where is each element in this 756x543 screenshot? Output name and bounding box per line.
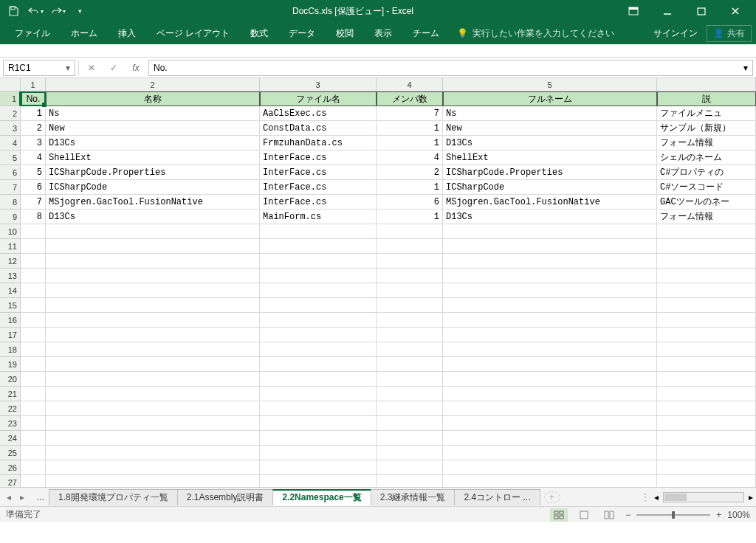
cell[interactable] bbox=[657, 298, 756, 313]
cell[interactable]: 1 bbox=[377, 121, 443, 136]
cell[interactable] bbox=[377, 298, 443, 313]
cell[interactable]: 2 bbox=[377, 165, 443, 180]
cell[interactable]: D13Cs bbox=[443, 210, 657, 224]
cell[interactable] bbox=[377, 239, 443, 254]
cell[interactable]: 7 bbox=[21, 195, 46, 210]
cells-area[interactable]: No.名称ファイル名メンバ数フルネーム説1NsAaClsExec.cs7Nsファ… bbox=[21, 91, 756, 487]
tab-home[interactable]: ホーム bbox=[61, 22, 108, 44]
cell[interactable] bbox=[657, 387, 756, 401]
fx-icon[interactable]: fx bbox=[126, 60, 145, 76]
cell[interactable] bbox=[443, 446, 657, 460]
cell[interactable]: 1 bbox=[377, 136, 443, 151]
cell[interactable] bbox=[46, 224, 260, 239]
cell[interactable] bbox=[657, 431, 756, 446]
sheet-nav-next-icon[interactable]: ▸ bbox=[16, 492, 28, 502]
cell[interactable] bbox=[21, 475, 46, 487]
cell[interactable] bbox=[377, 401, 443, 416]
cell[interactable] bbox=[46, 342, 260, 357]
cell[interactable] bbox=[443, 328, 657, 342]
row-header[interactable]: 23 bbox=[0, 416, 21, 431]
cell[interactable] bbox=[377, 254, 443, 269]
minimize-icon[interactable] bbox=[651, 1, 684, 21]
cell[interactable] bbox=[21, 446, 46, 460]
cell[interactable] bbox=[377, 372, 443, 387]
cell[interactable] bbox=[443, 372, 657, 387]
cell[interactable] bbox=[21, 283, 46, 298]
formula-input[interactable]: No. ▾ bbox=[148, 60, 753, 76]
row-header[interactable]: 22 bbox=[0, 401, 21, 416]
cell[interactable]: InterFace.cs bbox=[260, 195, 377, 210]
row-header[interactable]: 1 bbox=[0, 91, 21, 106]
cell[interactable]: 8 bbox=[21, 210, 46, 224]
row-header[interactable]: 3 bbox=[0, 121, 21, 136]
sheet-more[interactable]: ... bbox=[32, 492, 49, 502]
column-header[interactable] bbox=[657, 78, 756, 91]
page-layout-view-icon[interactable] bbox=[575, 508, 593, 522]
cell[interactable] bbox=[443, 313, 657, 328]
cell[interactable] bbox=[377, 387, 443, 401]
cell[interactable] bbox=[657, 401, 756, 416]
column-header[interactable]: 4 bbox=[377, 78, 443, 91]
zoom-out-icon[interactable]: − bbox=[625, 510, 630, 520]
row-header[interactable]: 8 bbox=[0, 195, 21, 210]
cell[interactable] bbox=[260, 357, 377, 372]
sheet-tab[interactable]: 2.3継承情報一覧 bbox=[371, 489, 456, 505]
cell[interactable] bbox=[46, 387, 260, 401]
cell[interactable] bbox=[657, 224, 756, 239]
sheet-tab[interactable]: 2.4コントロー ... bbox=[454, 489, 540, 505]
cell[interactable] bbox=[46, 357, 260, 372]
cell[interactable]: D13Cs bbox=[46, 210, 260, 224]
tab-insert[interactable]: 挿入 bbox=[108, 22, 146, 44]
cell[interactable]: Ns bbox=[46, 106, 260, 121]
cell[interactable] bbox=[21, 328, 46, 342]
row-header[interactable]: 25 bbox=[0, 446, 21, 460]
cell[interactable] bbox=[657, 460, 756, 475]
qat-customize-icon[interactable]: ▾ bbox=[71, 2, 89, 20]
cell[interactable] bbox=[260, 239, 377, 254]
header-cell[interactable]: 説 bbox=[657, 91, 756, 106]
cell[interactable]: C#プロパティの bbox=[657, 165, 756, 180]
cell[interactable] bbox=[21, 254, 46, 269]
row-header[interactable]: 20 bbox=[0, 372, 21, 387]
cell[interactable] bbox=[260, 475, 377, 487]
column-header[interactable]: 2 bbox=[46, 78, 260, 91]
undo-icon[interactable]: ▾ bbox=[27, 2, 44, 20]
cell[interactable]: FrmzuhanData.cs bbox=[260, 136, 377, 151]
cell[interactable] bbox=[377, 224, 443, 239]
header-cell[interactable]: 名称 bbox=[46, 91, 260, 106]
cell[interactable] bbox=[377, 357, 443, 372]
cell[interactable] bbox=[260, 283, 377, 298]
cell[interactable] bbox=[377, 328, 443, 342]
cell[interactable] bbox=[260, 269, 377, 283]
row-header[interactable]: 6 bbox=[0, 165, 21, 180]
cell[interactable]: New bbox=[46, 121, 260, 136]
cell[interactable] bbox=[260, 446, 377, 460]
cell[interactable] bbox=[443, 401, 657, 416]
tab-view[interactable]: 表示 bbox=[364, 22, 402, 44]
cell[interactable]: シェルのネーム bbox=[657, 151, 756, 165]
row-header[interactable]: 27 bbox=[0, 475, 21, 487]
cell[interactable]: ShellExt bbox=[46, 151, 260, 165]
cell[interactable]: C#ソースコード bbox=[657, 180, 756, 195]
cell[interactable] bbox=[260, 328, 377, 342]
cell[interactable] bbox=[377, 446, 443, 460]
cell[interactable] bbox=[46, 239, 260, 254]
cell[interactable]: 7 bbox=[377, 106, 443, 121]
row-header[interactable]: 24 bbox=[0, 431, 21, 446]
cell[interactable]: フォーム情報 bbox=[657, 136, 756, 151]
cell[interactable]: ShellExt bbox=[443, 151, 657, 165]
zoom-in-icon[interactable]: + bbox=[716, 510, 721, 520]
cell[interactable]: Ns bbox=[443, 106, 657, 121]
cell[interactable] bbox=[21, 224, 46, 239]
tab-data[interactable]: データ bbox=[278, 22, 326, 44]
cell[interactable] bbox=[657, 269, 756, 283]
row-header[interactable]: 4 bbox=[0, 136, 21, 151]
cancel-icon[interactable]: ✕ bbox=[82, 60, 101, 76]
cell[interactable]: 3 bbox=[21, 136, 46, 151]
tell-me[interactable]: 💡 実行したい作業を入力してください bbox=[457, 27, 614, 40]
header-cell[interactable]: No. bbox=[21, 91, 46, 106]
row-header[interactable]: 16 bbox=[0, 313, 21, 328]
cell[interactable] bbox=[443, 387, 657, 401]
row-header[interactable]: 13 bbox=[0, 269, 21, 283]
row-header[interactable]: 11 bbox=[0, 239, 21, 254]
